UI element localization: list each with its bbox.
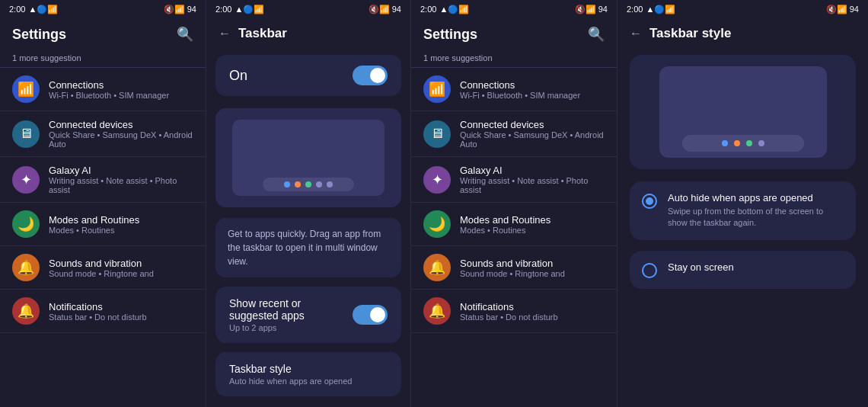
time-right: 2:00: [420, 5, 436, 14]
taskbar-time: 2:00: [215, 5, 231, 14]
stay-on-screen-radio[interactable]: [642, 263, 657, 278]
taskbar-panel: 2:00 ▲🔵📶 🔇📶 94 ← Taskbar On: [206, 0, 411, 407]
taskbar-style-link[interactable]: Taskbar style Auto hide when apps are op…: [215, 352, 401, 396]
galaxy-ai-sub-right: Writing assist • Note assist • Photo ass…: [460, 176, 605, 194]
preview-dot-1: [284, 181, 290, 187]
stay-on-screen-title: Stay on screen: [668, 261, 734, 273]
ts-preview-taskbar-bar: [682, 135, 804, 152]
show-recent-subtitle: Up to 2 apps: [229, 323, 353, 332]
battery-left: 🔇📶 94: [164, 5, 196, 14]
notifications-text-left: Notifications Status bar • Do not distur…: [49, 301, 147, 322]
ts-dot-4: [758, 140, 764, 146]
connections-icon-left: 📶: [12, 75, 40, 103]
left-status-time: 2:00 ▲🔵📶: [9, 5, 58, 14]
left-item-sounds[interactable]: 🔔 Sounds and vibration Sound mode • Ring…: [0, 246, 206, 290]
connected-devices-sub-right: Quick Share • Samsung DeX • Android Auto: [460, 130, 605, 149]
left-item-connections[interactable]: 📶 Connections Wi-Fi • Bluetooth • SIM ma…: [0, 68, 206, 111]
notifications-icon-right: 🔔: [423, 297, 451, 325]
show-recent-slider: [353, 305, 388, 325]
right-item-galaxy-ai[interactable]: ✦ Galaxy AI Writing assist • Note assist…: [411, 157, 617, 203]
galaxy-ai-title-left: Galaxy AI: [49, 165, 193, 176]
connections-title-left: Connections: [49, 79, 169, 91]
right-status-icons: 🔇📶 94: [575, 5, 608, 14]
ts-panel-title: Taskbar style: [649, 26, 731, 41]
sounds-icon-left: 🔔: [12, 254, 40, 281]
right-item-sounds[interactable]: 🔔 Sounds and vibration Sound mode • Ring…: [411, 246, 617, 290]
stay-on-screen-option[interactable]: Stay on screen: [630, 251, 856, 289]
taskbar-on-label: On: [229, 68, 247, 84]
auto-hide-radio[interactable]: [642, 194, 657, 209]
connected-devices-sub-left: Quick Share • Samsung DeX • Android Auto: [49, 130, 193, 149]
connections-title-right: Connections: [460, 79, 580, 91]
ts-dot-2: [734, 140, 740, 146]
left-item-connected-devices[interactable]: 🖥 Connected devices Quick Share • Samsun…: [0, 111, 206, 157]
right-item-modes[interactable]: 🌙 Modes and Routines Modes • Routines: [411, 203, 617, 246]
notifications-sub-left: Status bar • Do not disturb: [49, 312, 147, 322]
stay-on-screen-row: Stay on screen: [642, 261, 844, 278]
galaxy-ai-sub-left: Writing assist • Note assist • Photo ass…: [49, 176, 193, 194]
auto-hide-option[interactable]: Auto hide when apps are opened Swipe up …: [630, 181, 856, 240]
modes-title-right: Modes and Routines: [460, 214, 550, 226]
auto-hide-subtitle: Swipe up from the bottom of the screen t…: [668, 206, 844, 229]
right-item-connected-devices[interactable]: 🖥 Connected devices Quick Share • Samsun…: [411, 111, 617, 157]
preview-dot-3: [305, 181, 311, 187]
ts-signal-icons: ▲🔵📶: [646, 5, 675, 14]
left-item-notifications[interactable]: 🔔 Notifications Status bar • Do not dist…: [0, 290, 206, 333]
sounds-title-left: Sounds and vibration: [49, 258, 154, 269]
ts-dot-3: [746, 140, 752, 146]
ts-status-bar: 2:00 ▲🔵📶 🔇📶 94: [617, 0, 868, 18]
galaxy-ai-icon-left: ✦: [12, 166, 40, 194]
modes-text-left: Modes and Routines Modes • Routines: [49, 214, 139, 235]
modes-icon-left: 🌙: [12, 210, 40, 238]
right-item-notifications[interactable]: 🔔 Notifications Status bar • Do not dist…: [411, 290, 617, 333]
left-item-galaxy-ai[interactable]: ✦ Galaxy AI Writing assist • Note assist…: [0, 157, 206, 203]
notifications-icon-left: 🔔: [12, 297, 40, 325]
taskbar-style-link-title: Taskbar style: [229, 363, 388, 375]
connected-devices-icon-left: 🖥: [12, 120, 40, 148]
left-search-icon[interactable]: 🔍: [177, 26, 193, 43]
sounds-title-right: Sounds and vibration: [460, 258, 565, 269]
right-status-time: 2:00 ▲🔵📶: [420, 5, 469, 14]
show-recent-toggle[interactable]: [353, 305, 388, 325]
left-status-bar: 2:00 ▲🔵📶 🔇📶 94: [0, 0, 206, 18]
sounds-text-right: Sounds and vibration Sound mode • Ringto…: [460, 258, 565, 278]
connected-devices-text-right: Connected devices Quick Share • Samsung …: [460, 119, 605, 149]
connected-devices-title-left: Connected devices: [49, 119, 193, 130]
sounds-sub-right: Sound mode • Ringtone and: [460, 269, 565, 278]
stay-on-screen-text: Stay on screen: [668, 261, 734, 273]
show-recent-title: Show recent or suggested apps: [229, 297, 353, 322]
right-item-connections[interactable]: 📶 Connections Wi-Fi • Bluetooth • SIM ma…: [411, 68, 617, 111]
connections-icon-right: 📶: [423, 75, 451, 103]
taskbar-on-toggle[interactable]: [353, 66, 388, 85]
taskbar-status-icons: 🔇📶 94: [369, 5, 401, 14]
connections-text-right: Connections Wi-Fi • Bluetooth • SIM mana…: [460, 79, 580, 100]
signal-icons-left: ▲🔵📶: [28, 5, 58, 14]
connected-devices-title-right: Connected devices: [460, 119, 605, 130]
taskbar-info-card: Get to apps quickly. Drag an app from th…: [215, 218, 401, 277]
modes-sub-left: Modes • Routines: [49, 226, 139, 235]
sounds-sub-left: Sound mode • Ringtone and: [49, 269, 154, 278]
preview-dot-5: [327, 181, 333, 187]
taskbar-signal-icons: ▲🔵📶: [235, 5, 264, 14]
taskbar-style-link-sub: Auto hide when apps are opened: [229, 377, 388, 386]
notifications-title-right: Notifications: [460, 301, 558, 312]
right-settings-header: Settings 🔍: [411, 18, 617, 50]
right-status-bar: 2:00 ▲🔵📶 🔇📶 94: [411, 0, 617, 18]
notifications-title-left: Notifications: [49, 301, 147, 312]
taskbar-on-card: On: [215, 55, 401, 96]
show-recent-row: Show recent or suggested apps Up to 2 ap…: [229, 297, 388, 332]
show-recent-text: Show recent or suggested apps Up to 2 ap…: [229, 297, 353, 332]
left-item-modes[interactable]: 🌙 Modes and Routines Modes • Routines: [0, 203, 206, 246]
preview-dot-4: [316, 181, 322, 187]
taskbar-panel-title: Taskbar: [238, 26, 287, 41]
ts-back-button[interactable]: ←: [630, 27, 642, 40]
show-recent-card: Show recent or suggested apps Up to 2 ap…: [215, 287, 401, 343]
galaxy-ai-text-right: Galaxy AI Writing assist • Note assist •…: [460, 165, 605, 194]
taskbar-back-button[interactable]: ←: [219, 27, 231, 40]
right-search-icon[interactable]: 🔍: [588, 26, 605, 43]
left-suggestion-bar: 1 more suggestion: [0, 50, 206, 68]
taskbar-preview-bar: [263, 178, 354, 191]
signal-icons-right: ▲🔵📶: [439, 5, 469, 14]
ts-time: 2:00: [627, 5, 643, 14]
battery-right: 🔇📶 94: [575, 5, 608, 14]
